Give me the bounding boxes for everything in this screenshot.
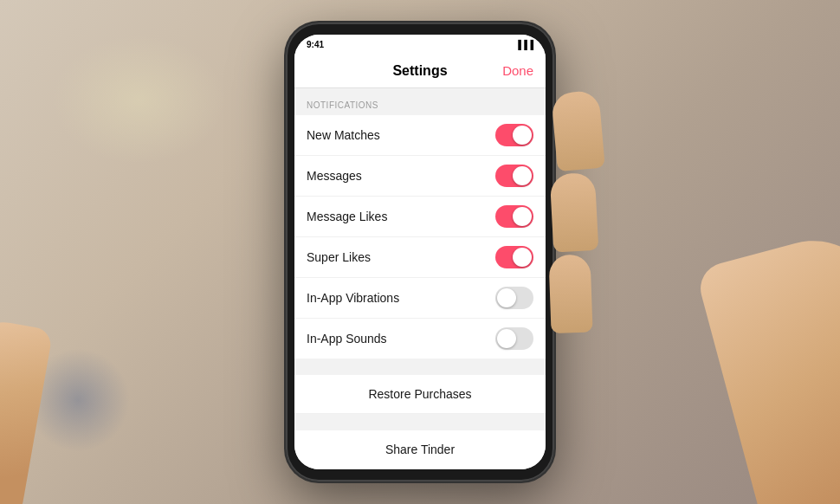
status-time: 9:41 <box>307 40 324 49</box>
share-group: Share Tinder <box>294 430 546 469</box>
status-battery: ▐▐▐ <box>515 40 533 49</box>
messages-knob <box>513 166 532 185</box>
share-tinder-row[interactable]: Share Tinder <box>294 430 546 469</box>
super-likes-knob <box>513 248 532 267</box>
finger-1 <box>551 90 605 171</box>
hand-behind <box>695 225 840 504</box>
in-app-vibrations-knob <box>497 288 516 307</box>
separator-2 <box>294 414 546 430</box>
share-tinder-label: Share Tinder <box>385 443 455 456</box>
new-matches-row: New Matches <box>294 115 546 156</box>
in-app-sounds-toggle[interactable] <box>495 327 533 350</box>
restore-purchases-label: Restore Purchases <box>368 387 471 401</box>
new-matches-label: New Matches <box>307 128 380 142</box>
phone-screen: 9:41 ▐▐▐ Settings Done NOTIFICATIONS New… <box>294 35 546 469</box>
notifications-group: New Matches Messages Message Likes <box>294 115 546 359</box>
status-bar: 9:41 ▐▐▐ <box>294 35 546 54</box>
scene: 9:41 ▐▐▐ Settings Done NOTIFICATIONS New… <box>0 0 840 504</box>
actions-group: Restore Purchases <box>294 375 546 414</box>
notifications-header: NOTIFICATIONS <box>294 88 546 115</box>
finger-2 <box>550 172 599 253</box>
message-likes-toggle[interactable] <box>495 205 533 228</box>
super-likes-row: Super Likes <box>294 237 546 278</box>
nav-bar: Settings Done <box>294 54 546 88</box>
separator-1 <box>294 359 546 375</box>
nav-title: Settings <box>392 63 447 79</box>
in-app-sounds-label: In-App Sounds <box>307 332 387 346</box>
done-button[interactable]: Done <box>502 63 533 78</box>
fingers <box>554 92 602 336</box>
in-app-vibrations-row: In-App Vibrations <box>294 278 546 319</box>
message-likes-row: Message Likes <box>294 197 546 237</box>
new-matches-toggle[interactable] <box>495 124 533 146</box>
new-matches-knob <box>513 126 532 145</box>
screen-body: NOTIFICATIONS New Matches Messages <box>294 88 546 469</box>
message-likes-label: Message Likes <box>307 210 387 223</box>
restore-purchases-row[interactable]: Restore Purchases <box>294 375 546 414</box>
in-app-sounds-row: In-App Sounds <box>294 319 546 359</box>
phone-frame: 9:41 ▐▐▐ Settings Done NOTIFICATIONS New… <box>286 23 554 481</box>
messages-toggle[interactable] <box>495 165 533 187</box>
finger-3 <box>548 254 592 333</box>
message-likes-knob <box>513 207 532 226</box>
in-app-vibrations-label: In-App Vibrations <box>307 291 399 305</box>
messages-label: Messages <box>307 169 362 183</box>
in-app-sounds-knob <box>497 329 516 348</box>
thumb-front <box>0 315 53 504</box>
super-likes-label: Super Likes <box>307 250 371 264</box>
in-app-vibrations-toggle[interactable] <box>495 287 533 309</box>
super-likes-toggle[interactable] <box>495 246 533 268</box>
messages-row: Messages <box>294 156 546 197</box>
